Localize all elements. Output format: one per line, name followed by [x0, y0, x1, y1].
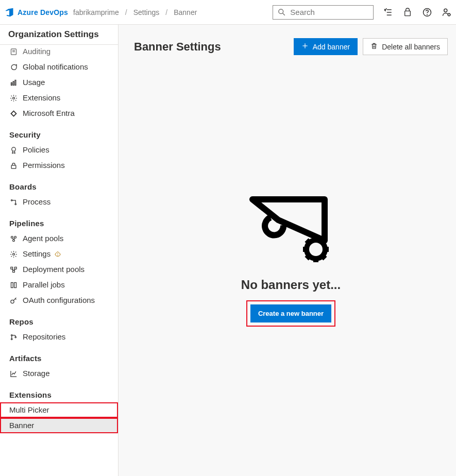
breadcrumb-org[interactable]: fabrikamprime — [73, 8, 119, 16]
svg-point-37 — [11, 338, 12, 340]
sidebar-item-multi-picker[interactable]: Multi Picker — [0, 402, 118, 418]
sidebar-item-label: Policies — [23, 145, 49, 155]
sidebar-item-permissions[interactable]: Permissions — [0, 158, 118, 173]
badge-icon — [9, 146, 18, 154]
sidebar-item-label: Microsoft Entra — [23, 108, 75, 118]
sidebar-item-usage[interactable]: Usage — [0, 75, 118, 90]
lock-icon — [9, 161, 18, 169]
breadcrumb: fabrikamprime / Settings / Banner — [73, 8, 197, 16]
search-input[interactable] — [289, 7, 369, 17]
svg-rect-28 — [10, 267, 12, 269]
search-box[interactable] — [273, 5, 374, 20]
main-content: Banner Settings Add banner Delete all ba… — [119, 25, 456, 476]
svg-point-38 — [15, 336, 16, 338]
sidebar-item-label: Storage — [23, 368, 50, 379]
sidebar-item-extensions[interactable]: Extensions — [0, 90, 118, 106]
sidebar-item-label: Deployment pools — [23, 264, 85, 275]
key-icon — [9, 296, 18, 304]
sidebar-item-oauth[interactable]: OAuth configurations — [0, 293, 118, 308]
svg-point-20 — [11, 199, 12, 201]
page-body: Organization Settings Auditing Global no… — [0, 25, 456, 476]
sidebar-item-label: Global notifications — [23, 62, 88, 72]
deployment-icon — [9, 265, 18, 274]
svg-line-48 — [322, 240, 325, 243]
sidebar-item-label: Auditing — [23, 46, 50, 57]
sidebar-item-auditing[interactable]: Auditing — [0, 45, 118, 59]
sidebar-item-process[interactable]: Process — [0, 194, 118, 210]
brand-logo[interactable]: Azure DevOps — [4, 7, 68, 18]
sidebar-item-label: Repositories — [23, 332, 65, 342]
sidebar-item-deployment-pools[interactable]: Deployment pools — [0, 262, 118, 277]
svg-point-9 — [444, 9, 447, 12]
button-label: Create a new banner — [258, 310, 324, 317]
sidebar-item-label: Multi Picker — [9, 405, 49, 415]
svg-rect-19 — [11, 165, 16, 168]
svg-point-24 — [12, 239, 14, 241]
sidebar-item-global-notifications[interactable]: Global notifications — [0, 59, 118, 75]
sidebar-group-security: Security — [0, 121, 118, 142]
help-icon[interactable] — [422, 7, 432, 18]
sidebar-item-storage[interactable]: Storage — [0, 366, 118, 381]
sidebar-item-label: Permissions — [23, 160, 65, 171]
svg-point-35 — [10, 300, 13, 303]
sidebar-item-label: OAuth configurations — [23, 295, 95, 305]
work-items-icon[interactable] — [383, 7, 393, 18]
sidebar-item-repositories[interactable]: Repositories — [0, 329, 118, 345]
create-banner-button[interactable]: Create a new banner — [250, 304, 331, 322]
sidebar-item-parallel-jobs[interactable]: Parallel jobs — [0, 277, 118, 293]
trash-icon — [370, 42, 378, 51]
audit-icon — [9, 47, 18, 56]
sidebar-group-boards: Boards — [0, 173, 118, 194]
sidebar-scroll[interactable]: Auditing Global notifications Usage — [0, 45, 118, 476]
repo-icon — [9, 333, 18, 341]
sidebar-item-pipeline-settings[interactable]: Settings — [0, 246, 118, 262]
delete-all-banners-button[interactable]: Delete all banners — [363, 38, 448, 55]
sidebar-title: Organization Settings — [0, 25, 118, 45]
main-header: Banner Settings Add banner Delete all ba… — [134, 38, 448, 55]
svg-rect-15 — [13, 81, 14, 86]
gear-icon — [9, 250, 18, 258]
breadcrumb-sep: / — [124, 8, 128, 16]
button-label: Delete all banners — [382, 43, 440, 51]
entra-icon — [9, 109, 18, 117]
sidebar-item-label: Settings — [23, 249, 50, 259]
svg-rect-33 — [11, 282, 13, 287]
sidebar-group-artifacts: Artifacts — [0, 345, 118, 366]
sidebar-item-banner[interactable]: Banner — [0, 418, 118, 433]
marketplace-icon[interactable] — [402, 7, 413, 18]
azure-devops-icon — [4, 7, 14, 18]
warning-icon — [54, 250, 62, 258]
svg-point-25 — [12, 253, 14, 255]
brand-text[interactable]: Azure DevOps — [18, 8, 68, 16]
gear-icon — [9, 94, 18, 102]
breadcrumb-section[interactable]: Settings — [133, 8, 160, 16]
sidebar-item-ms-entra[interactable]: Microsoft Entra — [0, 106, 118, 121]
sidebar-item-agent-pools[interactable]: Agent pools — [0, 231, 118, 246]
sidebar-item-label: Extensions — [23, 93, 60, 103]
plus-icon — [301, 42, 309, 51]
empty-state: No banners yet... Create a new banner — [214, 189, 368, 326]
topbar-right — [273, 5, 452, 20]
user-settings-icon[interactable] — [442, 7, 452, 18]
svg-line-46 — [307, 240, 310, 243]
sidebar-item-label: Process — [23, 197, 50, 207]
sidebar-item-policies[interactable]: Policies — [0, 142, 118, 158]
add-banner-button[interactable]: Add banner — [294, 38, 358, 55]
svg-rect-6 — [405, 11, 411, 15]
search-icon — [277, 7, 286, 18]
svg-rect-14 — [11, 82, 12, 85]
usage-icon — [9, 78, 18, 87]
svg-rect-34 — [14, 282, 16, 287]
process-icon — [9, 198, 18, 206]
sidebar-item-label: Banner — [9, 420, 34, 431]
sidebar-group-pipelines: Pipelines — [0, 210, 118, 231]
svg-point-0 — [279, 9, 283, 14]
main-actions: Add banner Delete all banners — [294, 38, 448, 55]
svg-point-8 — [427, 14, 428, 15]
sidebar-item-label: Parallel jobs — [23, 280, 65, 290]
breadcrumb-page[interactable]: Banner — [174, 8, 197, 16]
chat-icon — [9, 63, 18, 71]
svg-rect-29 — [14, 267, 16, 269]
topbar: Azure DevOps fabrikamprime / Settings / … — [0, 0, 456, 25]
empty-state-title: No banners yet... — [214, 278, 368, 292]
